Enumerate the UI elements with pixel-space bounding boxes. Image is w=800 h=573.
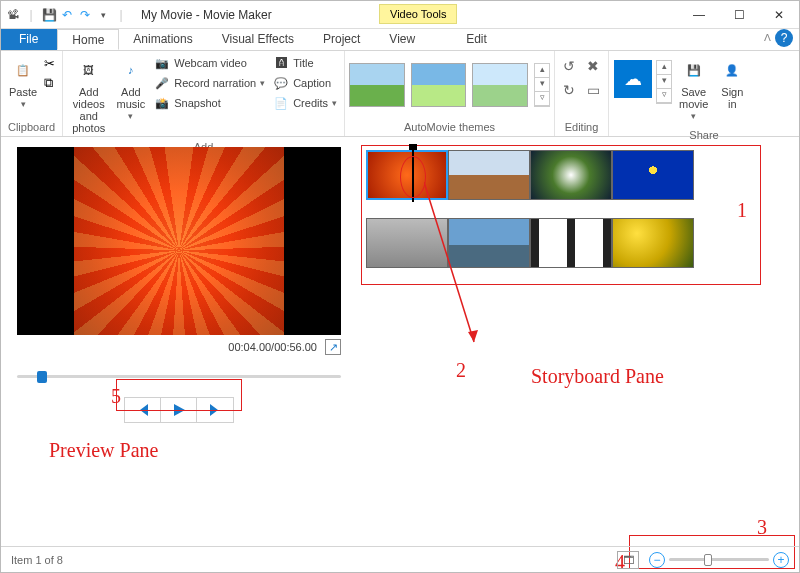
credits-icon: 📄 <box>273 95 289 111</box>
tab-visual-effects[interactable]: Visual Effects <box>208 29 309 50</box>
fullscreen-icon[interactable]: ↗ <box>325 339 341 355</box>
title-button[interactable]: 🅰Title <box>271 54 339 72</box>
window-title: My Movie - Movie Maker <box>141 8 272 22</box>
annotation-arrow <box>424 182 564 362</box>
save-icon[interactable]: 💾 <box>41 7 57 23</box>
storyboard-pane <box>353 137 799 547</box>
webcam-icon: 📷 <box>154 55 170 71</box>
onedrive-button[interactable]: ☁ <box>614 60 652 98</box>
close-button[interactable]: ✕ <box>759 1 799 29</box>
add-music-button[interactable]: ♪ Add music ▾ <box>113 54 148 124</box>
tab-project[interactable]: Project <box>309 29 375 50</box>
qat-dropdown-icon[interactable]: ▾ <box>95 7 111 23</box>
help-icon[interactable]: ? <box>775 29 793 47</box>
annotation-storyboard-label: Storyboard Pane <box>531 365 664 388</box>
tab-edit[interactable]: Edit <box>452 29 502 50</box>
clip-thumbnail[interactable] <box>448 150 530 200</box>
rotate-left-icon[interactable]: ↺ <box>560 57 578 75</box>
scroll-up-icon[interactable]: ▴ <box>535 64 549 78</box>
redo-icon[interactable]: ↷ <box>77 7 93 23</box>
scroll-down-icon[interactable]: ▾ <box>657 75 671 89</box>
preview-pane: 00:04.00/00:56.00 ↗ <box>1 137 353 547</box>
tab-file[interactable]: File <box>1 29 57 50</box>
zoom-out-button[interactable]: − <box>649 552 665 568</box>
annotation-1: 1 <box>737 199 747 222</box>
group-label: Editing <box>555 119 608 136</box>
theme-thumbnail[interactable] <box>472 63 528 107</box>
ribbon-group-clipboard: 📋 Paste ▾ ✂ ⧉ Clipboard <box>1 51 63 136</box>
gallery-expand-icon[interactable]: ▿ <box>657 89 671 103</box>
snapshot-icon: 📸 <box>154 95 170 111</box>
status-bar: Item 1 of 8 🗔 − + <box>1 546 799 572</box>
annotation-box <box>116 379 242 411</box>
contextual-tab-label: Video Tools <box>379 4 457 24</box>
scroll-up-icon[interactable]: ▴ <box>657 61 671 75</box>
tab-animations[interactable]: Animations <box>119 29 207 50</box>
copy-icon[interactable]: ⧉ <box>44 75 55 91</box>
scroll-down-icon[interactable]: ▾ <box>535 78 549 92</box>
gallery-scroll[interactable]: ▴ ▾ ▿ <box>534 63 550 107</box>
collapse-ribbon-icon[interactable]: ᐱ <box>764 32 771 43</box>
storyboard-container <box>361 145 761 285</box>
chevron-down-icon: ▾ <box>128 112 133 122</box>
caption-icon: 💬 <box>273 75 289 91</box>
photos-icon: 🖼 <box>75 56 103 84</box>
webcam-button[interactable]: 📷Webcam video <box>152 54 267 72</box>
clip-thumbnail[interactable] <box>530 150 612 200</box>
svg-marker-1 <box>468 330 478 342</box>
tab-view[interactable]: View <box>375 29 430 50</box>
select-all-icon[interactable]: ▭ <box>584 81 602 99</box>
credits-button[interactable]: 📄Credits▾ <box>271 94 339 112</box>
ribbon-group-themes: ▴ ▾ ▿ AutoMovie themes <box>345 51 555 136</box>
maximize-button[interactable]: ☐ <box>719 1 759 29</box>
ribbon-group-editing: ↺ ✖ ↻ ▭ Editing <box>555 51 609 136</box>
minimize-button[interactable]: — <box>679 1 719 29</box>
ribbon-tabs: File Home Animations Visual Effects Proj… <box>1 29 799 51</box>
app-icon: 📽 <box>5 7 21 23</box>
tab-home[interactable]: Home <box>57 29 119 50</box>
clip-thumbnail[interactable] <box>612 150 694 200</box>
annotation-2: 2 <box>456 359 466 382</box>
clipboard-icon: 📋 <box>9 56 37 84</box>
annotation-preview-label: Preview Pane <box>49 439 158 462</box>
zoom-control: − + <box>649 552 789 568</box>
annotation-circle <box>400 156 426 198</box>
theme-thumbnail[interactable] <box>411 63 467 107</box>
clip-thumbnail[interactable] <box>612 218 694 268</box>
theme-thumbnail[interactable] <box>349 63 405 107</box>
ribbon-group-add: 🖼 Add videos and photos ♪ Add music ▾ 📷W… <box>63 51 345 136</box>
timecode: 00:04.00/00:56.00 <box>228 341 317 353</box>
cut-icon[interactable]: ✂ <box>44 56 55 71</box>
preview-video[interactable] <box>17 147 341 335</box>
chevron-down-icon: ▾ <box>21 100 26 110</box>
narration-button[interactable]: 🎤Record narration▾ <box>152 74 267 92</box>
add-videos-button[interactable]: 🖼 Add videos and photos <box>68 54 109 136</box>
undo-icon[interactable]: ↶ <box>59 7 75 23</box>
view-toggle-button[interactable]: 🗔 <box>617 551 639 569</box>
zoom-slider[interactable] <box>669 558 769 561</box>
rotate-right-icon[interactable]: ↻ <box>560 81 578 99</box>
clip-thumbnail[interactable] <box>448 218 530 268</box>
microphone-icon: 🎤 <box>154 75 170 91</box>
gallery-expand-icon[interactable]: ▿ <box>535 92 549 106</box>
main-area: 00:04.00/00:56.00 ↗ <box>1 137 799 547</box>
snapshot-button[interactable]: 📸Snapshot <box>152 94 267 112</box>
group-label: Clipboard <box>1 119 62 136</box>
person-icon: 👤 <box>718 56 746 84</box>
zoom-thumb[interactable] <box>704 554 712 566</box>
title-bar: 📽 | 💾 ↶ ↷ ▾ | My Movie - Movie Maker Vid… <box>1 1 799 29</box>
group-label: AutoMovie themes <box>345 119 554 136</box>
zoom-in-button[interactable]: + <box>773 552 789 568</box>
share-gallery-scroll[interactable]: ▴ ▾ ▿ <box>656 60 672 104</box>
sign-in-button[interactable]: 👤 Sign in <box>715 54 749 112</box>
annotation-5: 5 <box>111 385 121 408</box>
caption-button[interactable]: 💬Caption <box>271 74 339 92</box>
preview-frame-image <box>74 147 284 335</box>
title-icon: 🅰 <box>273 55 289 71</box>
save-movie-button[interactable]: 💾 Save movie ▾ <box>676 54 711 124</box>
clip-thumbnail[interactable] <box>530 218 612 268</box>
seek-thumb[interactable] <box>37 371 47 383</box>
delete-icon[interactable]: ✖ <box>584 57 602 75</box>
clip-thumbnail[interactable] <box>366 218 448 268</box>
paste-button[interactable]: 📋 Paste ▾ <box>6 54 40 112</box>
